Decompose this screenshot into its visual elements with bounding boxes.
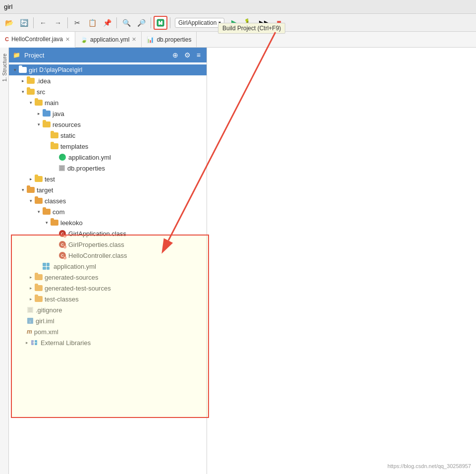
expand-external-libraries[interactable] — [23, 339, 31, 347]
expand-templates — [43, 142, 51, 150]
add-button[interactable]: ⊕ — [170, 50, 180, 60]
expand-target[interactable] — [19, 186, 27, 194]
structure-label[interactable]: 1. Structure — [1, 54, 7, 82]
tree-item-test[interactable]: test — [9, 174, 207, 184]
no-expand-pom — [19, 328, 27, 336]
expand-src[interactable] — [19, 88, 27, 96]
expand-generated-test-sources[interactable] — [27, 284, 35, 292]
tree-item-girl-root[interactable]: girl D:\playPlace\girl — [9, 64, 207, 75]
options-button[interactable]: ⚙ — [182, 50, 193, 60]
expand-test-classes[interactable] — [27, 295, 35, 303]
content-area: https://blog.csdn.net/qq_30258957 — [207, 48, 476, 474]
label-test: test — [45, 176, 55, 183]
label-com: com — [53, 208, 65, 216]
tab-hello-controller[interactable]: C HelloController.java ✕ — [0, 32, 75, 48]
file-icon-target-yml — [43, 263, 52, 270]
label-generated-test-sources: generated-test-sources — [45, 285, 111, 292]
tree-item-target-yml[interactable]: application.yml — [9, 261, 207, 272]
tab-application-yml-close[interactable]: ✕ — [132, 36, 136, 43]
tree-item-test-classes[interactable]: test-classes — [9, 294, 207, 304]
no-expand-girlprops-class — [51, 240, 58, 248]
build-tooltip: Build Project (Ctrl+F9) — [218, 23, 285, 34]
file-icon-girl-iml: i — [27, 317, 34, 324]
sync-button[interactable]: 🔄 — [17, 16, 31, 30]
tab-application-yml[interactable]: 🍃 application.yml ✕ — [75, 32, 142, 47]
tree-item-leekoko[interactable]: leekoko — [9, 217, 207, 228]
expand-generated-sources[interactable] — [27, 273, 35, 281]
label-db-props: db.properties — [67, 165, 105, 172]
label-girl-root: girl — [29, 66, 37, 74]
expand-resources[interactable] — [35, 120, 43, 128]
label-test-classes: test-classes — [45, 296, 79, 303]
run-config-label: GirlApplication — [178, 19, 216, 26]
collapse-button[interactable]: ≡ — [195, 50, 203, 60]
tree-item-hellocontroller-class[interactable]: CA HelloController.class — [9, 250, 207, 261]
build-button[interactable]: ▼ — [154, 16, 167, 30]
label-idea: .idea — [37, 77, 51, 85]
folder-icon-leekoko — [51, 219, 58, 226]
expand-idea[interactable] — [19, 77, 27, 85]
forward-button[interactable]: → — [51, 16, 65, 30]
file-icon-girlapplication-class: CA — [58, 230, 66, 237]
label-gitignore: .gitignore — [36, 306, 62, 314]
tree-item-target[interactable]: target — [9, 184, 207, 195]
tab-db-properties[interactable]: 📊 db.properties — [142, 32, 197, 47]
label-girlproperties-class: GirlProperties.class — [68, 241, 124, 248]
tree-item-idea[interactable]: .idea — [9, 75, 207, 86]
tree-item-com[interactable]: com — [9, 206, 207, 217]
structure-sidebar[interactable]: 1. Structure — [0, 48, 9, 474]
project-tree: girl D:\playPlace\girl .idea src — [9, 62, 207, 474]
expand-com[interactable] — [35, 208, 43, 216]
tree-item-main[interactable]: main — [9, 97, 207, 108]
tree-item-static[interactable]: static — [9, 130, 207, 141]
tree-item-src[interactable]: src — [9, 86, 207, 97]
tree-item-java[interactable]: java — [9, 108, 207, 119]
label-target-yml: application.yml — [53, 263, 96, 270]
sep2 — [67, 17, 68, 28]
expand-classes[interactable] — [27, 197, 35, 205]
file-icon-pom: m — [27, 328, 32, 335]
tree-item-generated-sources[interactable]: generated-sources — [9, 272, 207, 283]
yml-file-icon: 🍃 — [80, 36, 88, 43]
tab-hello-controller-close[interactable]: ✕ — [65, 36, 70, 43]
label-external-libraries: External Libraries — [41, 339, 91, 347]
label-classes: classes — [45, 197, 66, 205]
paste-button[interactable]: 📌 — [100, 16, 114, 30]
label-target: target — [37, 186, 53, 194]
project-panel-title: Project — [24, 52, 44, 59]
no-expand-girl-class — [51, 230, 58, 237]
tree-item-girlapplication-class[interactable]: CA GirlApplication.class — [9, 228, 207, 239]
tree-item-girl-iml[interactable]: i girl.iml — [9, 315, 207, 326]
back-button[interactable]: ← — [36, 16, 50, 30]
tree-item-generated-test-sources[interactable]: generated-test-sources — [9, 283, 207, 294]
expand-main[interactable] — [27, 99, 35, 107]
tree-item-templates[interactable]: templates — [9, 141, 207, 152]
no-expand-girl-iml — [19, 317, 27, 325]
cut-button[interactable]: ✂ — [70, 16, 84, 30]
expand-leekoko[interactable] — [43, 219, 51, 227]
tree-item-girlproperties-class[interactable]: CA GirlProperties.class — [9, 239, 207, 250]
tree-item-pom-xml[interactable]: m pom.xml — [9, 326, 207, 337]
replace-button[interactable]: 🔎 — [134, 16, 148, 30]
svg-rect-2 — [159, 21, 160, 25]
tree-item-res-yml[interactable]: application.yml — [9, 152, 207, 163]
tree-item-db-props[interactable]: db.properties — [9, 163, 207, 174]
label-leekoko: leekoko — [60, 219, 83, 227]
file-icon-gitignore — [27, 306, 34, 313]
label-pom-xml: pom.xml — [34, 328, 58, 336]
tree-item-resources[interactable]: resources — [9, 119, 207, 130]
run-config-selector[interactable]: GirlApplication ▾ — [175, 18, 224, 28]
copy-button[interactable]: 📋 — [85, 16, 99, 30]
expand-java[interactable] — [35, 110, 43, 118]
tree-item-gitignore[interactable]: .gitignore — [9, 304, 207, 315]
java-file-icon: C — [5, 36, 9, 42]
tree-item-classes[interactable]: classes — [9, 195, 207, 206]
open-button[interactable]: 📂 — [2, 16, 16, 30]
search-button[interactable]: 🔍 — [119, 16, 133, 30]
no-expand-hello-class — [51, 251, 58, 259]
expand-girl-root[interactable] — [11, 66, 19, 74]
file-icon-hellocontroller-class: CA — [58, 252, 66, 259]
expand-test[interactable] — [27, 175, 35, 183]
folder-icon-java — [43, 110, 51, 117]
tree-item-external-libraries[interactable]: External Libraries — [9, 337, 207, 348]
